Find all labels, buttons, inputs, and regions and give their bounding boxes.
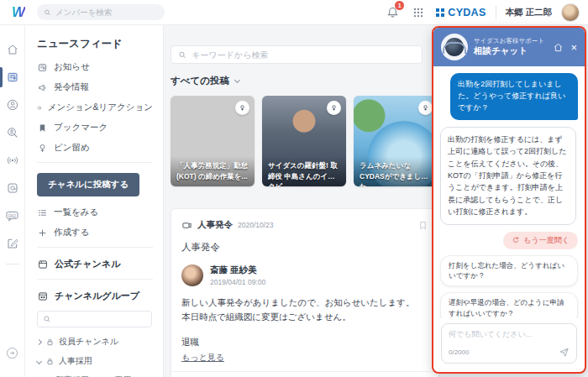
rail-collapse[interactable] xyxy=(0,340,25,365)
sidebar-official-channel[interactable]: 公式チャンネル xyxy=(37,258,153,270)
post-category: 人事発令 xyxy=(197,219,233,231)
keyword-search[interactable] xyxy=(171,45,423,64)
post-date: 2020/10/23 xyxy=(238,221,274,229)
topbar-divider xyxy=(496,6,496,19)
post-timestamp: 2019/04/01 09:00 xyxy=(210,278,265,286)
sidebar-channel-group[interactable]: チャンネルグループ xyxy=(37,290,153,302)
sidebar-item-label: ピン留め xyxy=(54,142,90,154)
list-icon xyxy=(37,207,48,218)
member-search-input[interactable] xyxy=(55,8,158,17)
post-to-channel-button[interactable]: チャネルに投稿する xyxy=(37,173,139,196)
pinned-card[interactable]: 「人事労務規定」勤怠 (KOT) の締め作業を... xyxy=(171,96,255,186)
pin-icon xyxy=(239,104,246,112)
cydas-logo[interactable]: CYDAS xyxy=(436,7,486,18)
directory-icon xyxy=(6,181,19,195)
chat-home-button[interactable] xyxy=(553,42,564,53)
char-counter: 0/2000 xyxy=(449,348,469,356)
profile-icon xyxy=(6,98,19,112)
chat-support-label: サイダスお客様サポート xyxy=(474,37,544,45)
rail-home[interactable] xyxy=(0,37,25,62)
card-caption: ラムネみたいなCYDASができました... xyxy=(354,156,438,186)
post-title: 人事発令 xyxy=(181,241,428,254)
channel-group-icon xyxy=(37,291,49,302)
sidebar-item-pinned[interactable]: ピン留め xyxy=(37,142,153,154)
sidebar-create-label: 作成する xyxy=(54,227,90,238)
support-chat-panel: サイダスお客様サポート 相談チャット × 出勤を2回打刻してしまいました。どうや… xyxy=(432,26,586,374)
rail-compose[interactable] xyxy=(0,231,25,256)
sidebar-item-bookmarks[interactable]: ブックマーク xyxy=(37,122,153,134)
send-icon xyxy=(559,347,570,358)
post-filter-label: すべての投稿 xyxy=(171,75,229,87)
pin-icon xyxy=(37,143,48,154)
user-name: 本郷 正二郎 xyxy=(506,7,552,18)
chevron-down-icon xyxy=(234,76,240,82)
chevron-down-icon xyxy=(36,358,42,364)
pinned-card[interactable]: サイダスの羅針盤! 取締役 中島さんのインタビ... xyxy=(262,96,346,186)
chevron-right-icon xyxy=(36,338,42,344)
keyword-search-input[interactable] xyxy=(192,50,415,60)
rail-directory[interactable] xyxy=(0,175,25,201)
app-grid-button[interactable] xyxy=(410,4,427,21)
sidebar-item-mentions[interactable]: メンション&リアクション xyxy=(37,102,153,113)
sidebar-item-label: お知らせ xyxy=(54,61,90,73)
grid-icon xyxy=(412,7,424,18)
rail-broadcast[interactable] xyxy=(0,148,25,173)
official-channel-icon xyxy=(37,259,49,270)
suggested-question[interactable]: 遅刻や早退の場合、どのように申請すればいいですか？ xyxy=(440,292,578,318)
chat-title: 相談チャット xyxy=(474,45,544,57)
ask-again-button[interactable]: もう一度聞く xyxy=(503,232,578,249)
icon-rail: FAQ xyxy=(0,25,25,377)
sidebar-divider xyxy=(37,162,153,163)
chat-input[interactable] xyxy=(449,330,570,338)
channel-search[interactable] xyxy=(37,311,152,327)
chat-input-box[interactable]: 0/2000 xyxy=(441,323,577,364)
refresh-icon xyxy=(512,236,520,244)
sidebar-view-list-label: 一覧をみる xyxy=(54,207,98,218)
collapse-arrow-icon xyxy=(5,346,19,360)
notifications-button[interactable]: 1 xyxy=(384,4,401,21)
home-icon xyxy=(6,43,19,56)
channel-hr-recruiting[interactable]: 人事採用 xyxy=(37,355,153,367)
broadcast-icon xyxy=(6,154,19,167)
sidebar-item-label: 発令情報 xyxy=(54,81,89,93)
rail-people-search[interactable] xyxy=(0,120,25,145)
suggested-question[interactable]: 打刻をし忘れた場合、どうすればいいですか？ xyxy=(440,255,578,287)
user-avatar[interactable] xyxy=(561,3,580,22)
send-button[interactable] xyxy=(559,347,570,358)
member-search[interactable] xyxy=(37,4,165,20)
people-search-icon xyxy=(6,126,19,139)
sidebar-item-directives[interactable]: 発令情報 xyxy=(37,81,153,93)
ask-again-label: もう一度聞く xyxy=(523,235,570,246)
sidebar-item-announcements[interactable]: お知らせ xyxy=(37,61,153,73)
post-tag: 退職 xyxy=(181,337,428,348)
author-avatar[interactable] xyxy=(181,264,203,286)
sidebar-view-list[interactable]: 一覧をみる xyxy=(37,207,153,218)
mention-icon xyxy=(37,102,42,113)
author-name[interactable]: 斎藤 亜紗美 xyxy=(210,264,265,276)
pin-badge xyxy=(327,101,341,115)
sidebar-item-label: ブックマーク xyxy=(54,122,108,134)
channel-executives[interactable]: 役員チャンネル xyxy=(37,336,153,348)
sidebar-create[interactable]: 作成する xyxy=(37,227,153,238)
newsfeed-icon xyxy=(6,71,19,84)
pin-badge xyxy=(235,101,249,115)
topbar: W 1 CYDAS xyxy=(0,0,588,25)
pinned-card[interactable]: ラムネみたいなCYDASができました... xyxy=(354,96,438,186)
pin-icon xyxy=(422,104,429,112)
support-bot-avatar xyxy=(441,34,468,60)
search-icon xyxy=(43,315,51,323)
channel-label: 人事採用 xyxy=(59,355,92,367)
rail-newsfeed[interactable] xyxy=(0,65,25,90)
post-body-line: 本日時点で組織図に変更はございません。 xyxy=(181,310,428,324)
plus-icon xyxy=(37,228,48,238)
rail-profile[interactable] xyxy=(0,92,25,118)
rail-faq[interactable]: FAQ xyxy=(0,203,25,228)
sidebar-title: ニュースフィード xyxy=(37,37,153,51)
faq-icon: FAQ xyxy=(5,209,19,223)
bookmark-button[interactable] xyxy=(417,220,428,231)
app-logo[interactable]: W xyxy=(12,5,25,19)
chat-close-button[interactable]: × xyxy=(570,42,577,53)
sidebar-official-channel-label: 公式チャンネル xyxy=(55,258,120,270)
show-more-link[interactable]: もっと見る xyxy=(181,352,224,364)
cydas-brand-name: CYDAS xyxy=(448,7,486,18)
